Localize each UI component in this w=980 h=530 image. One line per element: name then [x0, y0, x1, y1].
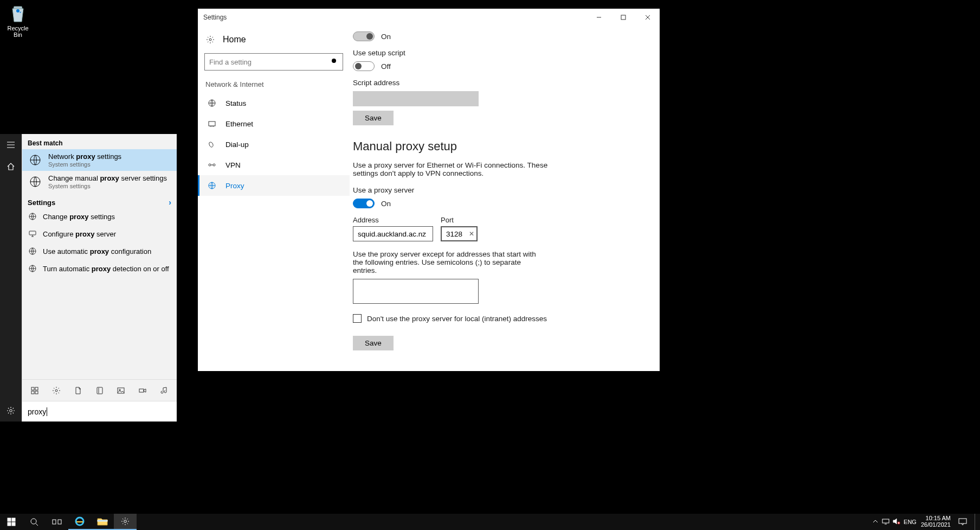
- script-address-input: [353, 91, 479, 106]
- recycle-bin-label: Recycle Bin: [2, 25, 34, 38]
- taskbar: [0, 514, 815, 530]
- taskbar-explorer-icon[interactable]: [91, 514, 114, 530]
- tray-clock[interactable]: 10:15 AM 26/01/2021: [921, 515, 951, 528]
- svg-rect-36: [959, 519, 966, 523]
- nav-home[interactable]: Home: [198, 30, 350, 53]
- rail-settings-icon[interactable]: [0, 400, 22, 422]
- tray-language[interactable]: ENG: [904, 519, 917, 525]
- globe-icon: [28, 246, 37, 256]
- port-label: Port: [441, 216, 478, 224]
- settings-content: On Use setup script Off Script address S…: [350, 26, 660, 371]
- show-desktop-button[interactable]: [975, 514, 978, 530]
- use-proxy-label: Use a proxy server: [353, 186, 649, 194]
- use-proxy-toggle[interactable]: [353, 199, 375, 208]
- proxy-address-input[interactable]: [353, 226, 433, 241]
- svg-rect-9: [31, 391, 34, 394]
- search-icon: [331, 58, 338, 67]
- tray-chevron-up-icon[interactable]: [872, 518, 879, 526]
- desktop-recycle-bin[interactable]: Recycle Bin: [2, 2, 34, 38]
- bypass-local-checkbox[interactable]: [353, 314, 362, 323]
- gear-icon: [205, 35, 215, 44]
- find-setting-input[interactable]: Find a setting: [204, 53, 343, 71]
- window-title-bar: Settings: [198, 9, 660, 26]
- svg-point-33: [124, 520, 127, 523]
- nav-dialup[interactable]: Dial-up: [198, 134, 350, 155]
- taskbar-settings-icon[interactable]: [114, 514, 137, 530]
- search-result-sub: System settings: [48, 161, 121, 168]
- setting-use-automatic-proxy[interactable]: Use automatic proxy configuration: [22, 242, 177, 260]
- search-filter-bar: [22, 379, 177, 401]
- taskbar-search-icon[interactable]: [23, 514, 46, 530]
- taskbar-ie-icon[interactable]: [68, 514, 91, 530]
- settings-sidebar: Home Find a setting Network & Internet S…: [198, 26, 350, 371]
- nav-ethernet[interactable]: Ethernet: [198, 113, 350, 134]
- network-icon: [28, 229, 37, 239]
- cortana-search-input[interactable]: proxy: [22, 401, 177, 422]
- setting-turn-automatic-detection[interactable]: Turn automatic proxy detection on or off: [22, 260, 177, 277]
- settings-section-header[interactable]: Settings ›: [22, 193, 177, 208]
- globe-icon: [28, 152, 43, 168]
- rail-home-icon[interactable]: [0, 156, 22, 177]
- sidebar-category: Network & Internet: [198, 80, 350, 93]
- svg-point-11: [55, 389, 57, 392]
- svg-rect-30: [58, 520, 61, 524]
- svg-point-17: [209, 39, 211, 41]
- window-maximize-button[interactable]: [611, 9, 635, 26]
- setting-change-proxy[interactable]: Change proxy settings: [22, 208, 177, 225]
- svg-rect-32: [98, 520, 107, 521]
- nav-proxy[interactable]: Proxy: [198, 175, 350, 196]
- save-script-button[interactable]: Save: [353, 111, 394, 125]
- svg-rect-4: [29, 231, 36, 235]
- proxy-exceptions-input[interactable]: [353, 279, 479, 304]
- filter-photos-icon[interactable]: [116, 386, 126, 395]
- filter-apps-icon[interactable]: [30, 386, 40, 395]
- nav-vpn[interactable]: VPN: [198, 155, 350, 175]
- dialup-icon: [207, 139, 217, 149]
- use-setup-script-label: Use setup script: [353, 49, 649, 57]
- svg-point-21: [209, 164, 211, 166]
- save-proxy-button[interactable]: Save: [353, 336, 394, 350]
- vpn-icon: [207, 160, 217, 170]
- tray-network-icon[interactable]: [882, 518, 889, 526]
- svg-rect-16: [621, 15, 626, 20]
- task-view-button[interactable]: [46, 514, 68, 530]
- filter-music-icon[interactable]: [159, 386, 169, 395]
- svg-rect-20: [209, 122, 215, 126]
- svg-rect-27: [12, 522, 15, 526]
- clear-icon[interactable]: ✕: [469, 230, 474, 238]
- filter-settings-icon[interactable]: [51, 386, 61, 395]
- auto-detect-toggle[interactable]: [353, 31, 375, 41]
- window-close-button[interactable]: [635, 9, 660, 26]
- svg-rect-34: [882, 519, 889, 523]
- address-label: Address: [353, 216, 433, 224]
- filter-videos-icon[interactable]: [138, 386, 147, 395]
- setting-configure-proxy-server[interactable]: Configure proxy server: [22, 225, 177, 242]
- svg-rect-12: [97, 387, 102, 394]
- setup-script-toggle[interactable]: [353, 61, 375, 71]
- svg-rect-25: [12, 518, 15, 521]
- status-icon: [207, 98, 217, 108]
- globe-icon: [28, 174, 43, 189]
- window-title: Settings: [203, 14, 227, 21]
- svg-rect-29: [53, 520, 56, 524]
- manual-proxy-header: Manual proxy setup: [353, 139, 649, 154]
- action-center-icon[interactable]: [955, 518, 970, 526]
- globe-icon: [28, 264, 37, 273]
- search-result-change-manual-proxy[interactable]: Change manual proxy server settings Syst…: [22, 171, 177, 193]
- filter-web-icon[interactable]: [95, 386, 105, 395]
- chevron-right-icon: ›: [169, 198, 171, 207]
- search-result-title: Change manual proxy server settings: [48, 174, 167, 183]
- svg-point-0: [10, 410, 12, 412]
- filter-documents-icon[interactable]: [73, 386, 83, 395]
- svg-rect-13: [118, 388, 124, 393]
- script-address-label: Script address: [353, 79, 649, 87]
- window-minimize-button[interactable]: [586, 9, 611, 26]
- search-result-sub: System settings: [48, 183, 167, 189]
- rail-hamburger-icon[interactable]: [0, 134, 22, 156]
- recycle-bin-icon: [7, 2, 29, 24]
- start-button[interactable]: [0, 514, 23, 530]
- search-result-network-proxy[interactable]: Network proxy settings System settings: [22, 149, 177, 171]
- bypass-local-label: Don't use the proxy server for local (in…: [367, 315, 547, 323]
- nav-status[interactable]: Status: [198, 93, 350, 113]
- tray-volume-icon[interactable]: [893, 518, 900, 526]
